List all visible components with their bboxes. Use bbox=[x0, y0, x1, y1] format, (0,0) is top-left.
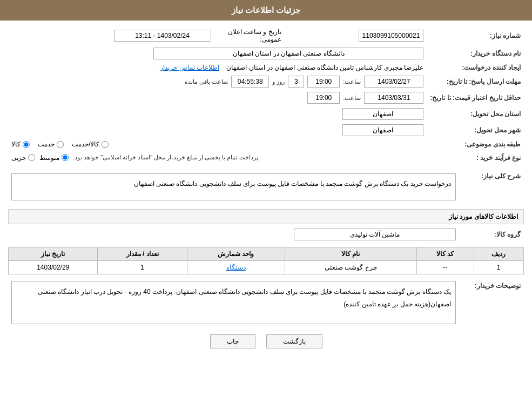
general-desc-value: درخواست خرید یک دستگاه برش گوشت منجمد با… bbox=[8, 169, 459, 205]
category-radio-group: کالا/خدمت خدمت کالا bbox=[11, 140, 423, 148]
page-wrapper: جزئیات اطلاعات نیاز شماره نیاز: 11030991… bbox=[0, 0, 532, 396]
process-option-motavasset[interactable]: متوسط bbox=[39, 154, 69, 162]
process-label: نوع فرآیند خرید : bbox=[427, 150, 524, 165]
back-button[interactable]: بازگشت bbox=[266, 334, 322, 348]
process-value: پرداخت تمام یا بخشی از مبلغ خرید،از محل … bbox=[8, 150, 427, 165]
buttons-row: بازگشت چاپ bbox=[8, 334, 524, 348]
announce-label: تاریخ و ساعت اعلان عمومی: bbox=[214, 26, 285, 45]
send-deadline-days-label: روز و bbox=[272, 78, 285, 85]
buyer-org-label: نام دستگاه خریدار: bbox=[427, 45, 524, 62]
send-deadline-remaining-label: ساعت باقی مانده bbox=[185, 78, 228, 85]
send-deadline-time-box: 19:00 bbox=[307, 76, 340, 88]
col-date: تاریخ نیاز bbox=[9, 247, 98, 261]
delivery-city-box: اصفهان bbox=[342, 124, 423, 136]
delivery-city-label: شهر محل تحویل: bbox=[427, 122, 524, 138]
delivery-city-value: اصفهان bbox=[8, 122, 427, 138]
price-validity-time-label: ساعت: bbox=[343, 95, 361, 102]
process-label-motavasset: متوسط bbox=[39, 154, 59, 162]
cell-name: چرخ گوشت صنعتی bbox=[285, 261, 416, 274]
cell-unit[interactable]: دستگاه bbox=[187, 261, 285, 274]
col-code: کد کالا bbox=[416, 247, 474, 261]
category-radio-khedmat[interactable] bbox=[57, 141, 64, 148]
row-delivery-city: شهر محل تحویل: اصفهان bbox=[8, 122, 524, 138]
buyer-org-value: دانشگاه صنعتی اصفهان در استان اصفهان bbox=[8, 45, 427, 62]
row-delivery-province: استان محل تحویل: اصفهان bbox=[8, 106, 524, 122]
category-value: کالا/خدمت خدمت کالا bbox=[8, 138, 427, 150]
goods-table-body: 1 -- چرخ گوشت صنعتی دستگاه 1 1403/02/29 bbox=[9, 261, 524, 274]
announce-value: 1403/02/24 - 13:11 bbox=[8, 26, 214, 45]
row-need-number: شماره نیاز: 1103099105000021 تاریخ و ساع… bbox=[8, 26, 524, 45]
category-label-khedmat: خدمت bbox=[38, 140, 55, 148]
buyer-org-box: دانشگاه صنعتی اصفهان در استان اصفهان bbox=[153, 48, 423, 59]
process-radio-motavasset[interactable] bbox=[62, 154, 69, 161]
content-area: شماره نیاز: 1103099105000021 تاریخ و ساع… bbox=[0, 21, 532, 362]
price-validity-date-box: 1403/03/31 bbox=[364, 92, 423, 104]
send-deadline-days-box: 3 bbox=[288, 76, 304, 88]
process-label-jazei: جزیی bbox=[11, 154, 26, 162]
delivery-province-value: اصفهان bbox=[8, 106, 427, 122]
goods-table-header-row: ردیف کد کالا نام کالا واحد شمارش تعداد /… bbox=[9, 247, 524, 261]
need-number-value: 1103099105000021 bbox=[285, 26, 427, 45]
col-unit: واحد شمارش bbox=[187, 247, 285, 261]
buyer-desc-value: یک دستگاه برش گوشت منجمد با مشخصات فایل … bbox=[8, 279, 459, 326]
category-option-khedmat[interactable]: خدمت bbox=[38, 140, 64, 148]
creator-name: علیرضا مجیری کارشناس تامین دانشگاه صنعتی… bbox=[226, 64, 423, 71]
row-buyer-desc: توصیحات خریدار: یک دستگاه برش گوشت منجمد… bbox=[8, 279, 524, 326]
need-number-box: 1103099105000021 bbox=[359, 30, 424, 42]
page-header: جزئیات اطلاعات نیاز bbox=[0, 0, 532, 21]
cell-code: -- bbox=[416, 261, 474, 274]
contact-link[interactable]: اطلاعات تماس خریدار bbox=[160, 64, 219, 71]
goods-group-table: گروه کالا: ماشین آلات تولیدی bbox=[8, 226, 524, 243]
table-row: 1 -- چرخ گوشت صنعتی دستگاه 1 1403/02/29 bbox=[9, 261, 524, 274]
delivery-province-label: استان محل تحویل: bbox=[427, 106, 524, 122]
send-deadline-date-box: 1403/02/27 bbox=[364, 76, 423, 88]
process-radio-jazei[interactable] bbox=[28, 154, 35, 161]
process-option-jazei[interactable]: جزیی bbox=[11, 154, 35, 162]
price-validity-label: حداقل تاریخ اعتبار قیمت: تا تاریخ: bbox=[427, 90, 524, 106]
row-creator: ایجاد کننده درخواست: علیرضا مجیری کارشنا… bbox=[8, 62, 524, 73]
col-name: نام کالا bbox=[285, 247, 416, 261]
send-deadline-remaining-box: 04:55:38 bbox=[231, 76, 269, 88]
creator-value: علیرضا مجیری کارشناس تامین دانشگاه صنعتی… bbox=[8, 62, 427, 73]
general-desc-table: شرح کلی نیاز: درخواست خرید یک دستگاه برش… bbox=[8, 169, 524, 205]
row-category: طبقه بندی موضوعی: کالا/خدمت خدمت bbox=[8, 138, 524, 150]
goods-group-value: ماشین آلات تولیدی bbox=[8, 226, 459, 243]
price-validity-row: 1403/03/31 ساعت: 19:00 bbox=[11, 92, 423, 104]
col-quantity: تعداد / مقدار bbox=[98, 247, 187, 261]
send-deadline-time-label: ساعت: bbox=[343, 78, 361, 85]
process-note: پرداخت تمام یا بخشی از مبلغ خرید،از محل … bbox=[73, 152, 258, 163]
main-info-table: شماره نیاز: 1103099105000021 تاریخ و ساع… bbox=[8, 26, 524, 165]
buyer-desc-box: یک دستگاه برش گوشت منجمد با مشخصات فایل … bbox=[11, 281, 456, 324]
print-button[interactable]: چاپ bbox=[210, 334, 255, 348]
category-label: طبقه بندی موضوعی: bbox=[427, 138, 524, 150]
delivery-province-box: اصفهان bbox=[342, 108, 423, 120]
row-buyer-org: نام دستگاه خریدار: دانشگاه صنعتی اصفهان … bbox=[8, 45, 524, 62]
category-label-kala: کالا bbox=[11, 140, 21, 148]
goods-group-label: گروه کالا: bbox=[459, 226, 524, 243]
send-deadline-value: 1403/02/27 ساعت: 19:00 3 روز و 04:55:38 … bbox=[8, 73, 427, 90]
goods-table-head: ردیف کد کالا نام کالا واحد شمارش تعداد /… bbox=[9, 247, 524, 261]
row-general-desc: شرح کلی نیاز: درخواست خرید یک دستگاه برش… bbox=[8, 169, 524, 205]
page-title: جزئیات اطلاعات نیاز bbox=[232, 5, 300, 15]
row-send-deadline: مهلت ارسال پاسخ: تا تاریخ: 1403/02/27 سا… bbox=[8, 73, 524, 90]
goods-group-box: ماشین آلات تولیدی bbox=[294, 229, 456, 240]
buyer-desc-label: توصیحات خریدار: bbox=[459, 279, 524, 326]
general-desc-label: شرح کلی نیاز: bbox=[459, 169, 524, 205]
category-radio-kala-khedmat[interactable] bbox=[102, 141, 109, 148]
general-desc-text: درخواست خرید یک دستگاه برش گوشت منجمد با… bbox=[134, 180, 451, 187]
cell-row: 1 bbox=[474, 261, 523, 274]
send-deadline-row: 1403/02/27 ساعت: 19:00 3 روز و 04:55:38 … bbox=[11, 76, 423, 88]
col-row: ردیف bbox=[474, 247, 523, 261]
cell-quantity: 1 bbox=[98, 261, 187, 274]
need-number-label: شماره نیاز: bbox=[427, 26, 524, 45]
creator-label: ایجاد کننده درخواست: bbox=[427, 62, 524, 73]
row-goods-group: گروه کالا: ماشین آلات تولیدی bbox=[8, 226, 524, 243]
category-label-kala-khedmat: کالا/خدمت bbox=[72, 140, 99, 148]
buyer-desc-table: توصیحات خریدار: یک دستگاه برش گوشت منجمد… bbox=[8, 279, 524, 326]
price-validity-time-box: 19:00 bbox=[307, 92, 340, 104]
category-radio-kala[interactable] bbox=[23, 141, 30, 148]
category-option-kala-khedmat[interactable]: کالا/خدمت bbox=[72, 140, 109, 148]
goods-table: ردیف کد کالا نام کالا واحد شمارش تعداد /… bbox=[8, 247, 524, 274]
process-row: پرداخت تمام یا بخشی از مبلغ خرید،از محل … bbox=[11, 152, 423, 163]
category-option-kala[interactable]: کالا bbox=[11, 140, 30, 148]
